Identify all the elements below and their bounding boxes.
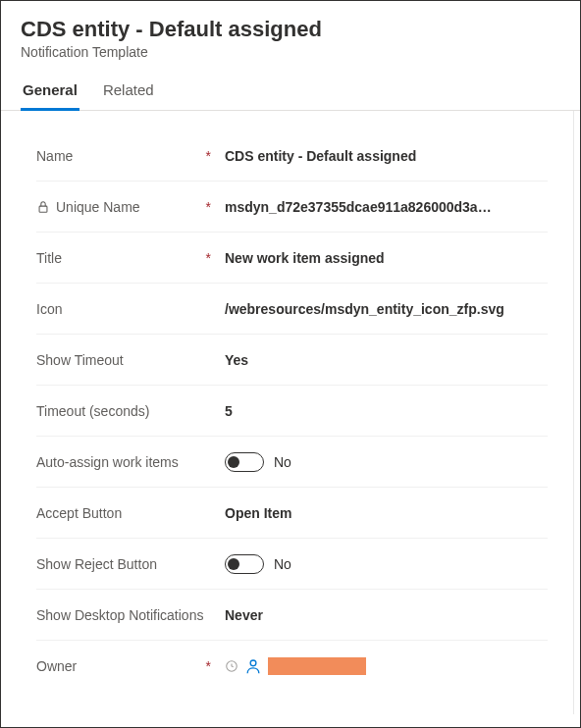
lock-icon	[36, 200, 50, 214]
tab-general[interactable]: General	[21, 74, 79, 111]
field-row-title: Title * New work item assigned	[36, 233, 548, 284]
field-label: Show Reject Button	[36, 556, 157, 572]
required-marker: *	[206, 250, 211, 266]
field-label: Show Desktop Notifications	[36, 607, 203, 623]
field-value-name[interactable]: CDS entity - Default assigned	[225, 148, 548, 164]
tab-related[interactable]: Related	[101, 74, 156, 111]
svg-rect-0	[39, 206, 47, 212]
field-label: Accept Button	[36, 505, 122, 521]
person-icon	[244, 657, 262, 675]
field-value-title[interactable]: New work item assigned	[225, 250, 548, 266]
toggle-label: No	[274, 454, 291, 470]
field-label: Owner	[36, 658, 77, 674]
toggle-label: No	[274, 556, 291, 572]
field-row-unique-name: Unique Name * msdyn_d72e37355dcae911a826…	[36, 182, 548, 233]
field-row-name: Name * CDS entity - Default assigned	[36, 130, 548, 182]
field-value-icon[interactable]: /webresources/msdyn_entity_icon_zfp.svg	[225, 301, 548, 317]
field-row-auto-assign: Auto-assign work items No	[36, 437, 548, 488]
field-row-show-reject: Show Reject Button No	[36, 539, 548, 590]
field-row-accept-button: Accept Button Open Item	[36, 488, 548, 539]
field-value-accept-button[interactable]: Open Item	[225, 505, 548, 521]
field-row-owner: Owner *	[36, 641, 548, 692]
owner-redacted	[268, 657, 366, 675]
field-row-show-timeout: Show Timeout Yes	[36, 335, 548, 386]
field-row-show-desktop: Show Desktop Notifications Never	[36, 590, 548, 641]
field-label: Unique Name	[56, 199, 140, 215]
required-marker: *	[206, 658, 211, 674]
required-marker: *	[206, 199, 211, 215]
field-value-timeout[interactable]: 5	[225, 403, 548, 419]
field-value-owner[interactable]	[225, 657, 548, 675]
field-label: Title	[36, 250, 62, 266]
field-label: Show Timeout	[36, 352, 124, 368]
field-value-show-desktop[interactable]: Never	[225, 607, 548, 623]
svg-point-2	[250, 660, 256, 666]
field-row-timeout: Timeout (seconds) 5	[36, 386, 548, 437]
clock-icon	[225, 659, 238, 673]
field-row-icon: Icon /webresources/msdyn_entity_icon_zfp…	[36, 284, 548, 335]
page-title: CDS entity - Default assigned	[21, 17, 560, 42]
toggle-auto-assign[interactable]	[225, 452, 264, 472]
form-content: Name * CDS entity - Default assigned Uni…	[1, 111, 574, 714]
toggle-show-reject[interactable]	[225, 554, 264, 574]
required-marker: *	[206, 148, 211, 164]
tab-bar: General Related	[1, 74, 580, 111]
field-label: Timeout (seconds)	[36, 403, 149, 419]
field-value-unique-name: msdyn_d72e37355dcae911a826000d3a…	[225, 199, 548, 215]
page-subtitle: Notification Template	[21, 44, 560, 60]
field-label: Name	[36, 148, 73, 164]
field-value-show-timeout[interactable]: Yes	[225, 352, 548, 368]
field-label: Icon	[36, 301, 62, 317]
field-label: Auto-assign work items	[36, 454, 179, 470]
